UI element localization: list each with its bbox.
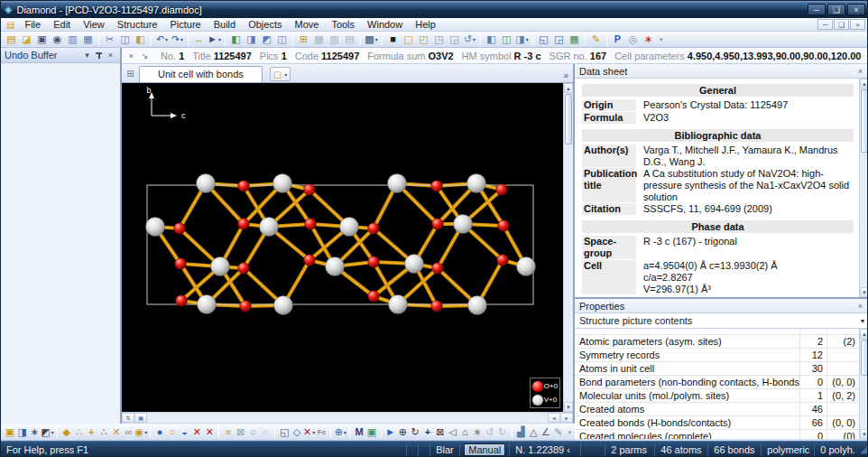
history-icon[interactable]: ↺▾ [462, 33, 477, 47]
open-folder-icon[interactable]: ◪ [19, 33, 34, 47]
coordination-icon[interactable]: ◉▾ [134, 425, 147, 440]
property-row[interactable]: Atoms in unit cell30 [575, 362, 859, 376]
o-atom[interactable] [174, 223, 186, 235]
undo-icon[interactable]: ↶▾ [154, 33, 170, 47]
panel-close-icon[interactable]: × [105, 51, 116, 60]
select-pointer-icon[interactable]: ► [384, 425, 397, 440]
v-atom[interactable] [326, 257, 345, 276]
menu-structure[interactable]: Structure [111, 19, 164, 30]
scale-icon[interactable]: ⊠ [434, 425, 447, 440]
contacts-icon[interactable]: ∞ [123, 425, 135, 440]
o-atom[interactable] [238, 263, 250, 275]
tab-overflow-icon[interactable]: » [563, 70, 573, 82]
v-atom[interactable] [211, 257, 230, 276]
sphere-icon[interactable]: ◒ [179, 425, 191, 440]
panel-left-icon[interactable]: ◧ [484, 33, 499, 47]
resize-grip-icon[interactable]: ◢ [860, 444, 868, 456]
v-atom[interactable] [468, 296, 487, 315]
o-atom[interactable] [175, 258, 187, 270]
pencil-icon[interactable]: ✎ [552, 425, 565, 440]
pane-grid-icon[interactable]: ▦ [134, 413, 147, 423]
property-row[interactable] [575, 329, 859, 335]
scroll-up-icon[interactable]: ▲ [860, 79, 868, 89]
menu-tools[interactable]: Tools [325, 19, 361, 30]
ring-filled-icon[interactable]: ● [153, 425, 166, 440]
cell-delete-icon[interactable]: ✕▾ [303, 425, 316, 440]
record-icon[interactable]: ∗ [641, 33, 656, 47]
new-document-icon[interactable]: ▤ [4, 33, 19, 47]
v-atom[interactable] [273, 174, 292, 193]
property-row[interactable]: Molecular units (mol./polym. sites)1(0, … [575, 389, 859, 403]
o-atom[interactable] [304, 255, 316, 266]
mdi-close-button[interactable]: × [850, 19, 865, 30]
v-atom[interactable] [197, 174, 216, 193]
triangle-measure-icon[interactable]: △ [527, 425, 540, 440]
scroll-up-icon[interactable]: ▲ [564, 83, 573, 93]
menu-picture[interactable]: Picture [163, 19, 207, 30]
o-atom[interactable] [431, 301, 443, 312]
menu-move[interactable]: Move [288, 19, 325, 30]
diagram-b-icon[interactable]: ◲ [551, 33, 567, 47]
spin-left-icon[interactable]: ↺ [484, 425, 496, 440]
circle-b-icon[interactable]: ○ [259, 425, 272, 440]
o-atom[interactable] [432, 219, 444, 230]
destroy-all-icon[interactable]: ✕ [203, 425, 216, 440]
print-icon[interactable]: ▦ [80, 33, 96, 47]
scroll-up-icon[interactable]: ▲ [860, 329, 868, 339]
mdi-minimize-button[interactable]: ─ [817, 19, 833, 30]
build-icon[interactable]: ∗ [29, 425, 42, 440]
angle-measure-icon[interactable]: ∠ [540, 425, 552, 440]
molecule-icon[interactable]: ∴ [97, 425, 110, 440]
pointer-icon[interactable]: ►▾ [207, 33, 222, 47]
table-dist-icon[interactable]: ▥ [327, 33, 342, 47]
panel-right-icon[interactable]: ◨▾ [514, 33, 530, 47]
v-atom[interactable] [146, 218, 165, 237]
copy-icon[interactable]: ◫ [117, 33, 133, 47]
reflections-icon[interactable]: ◎ [625, 33, 641, 47]
ring-icon[interactable]: ○ [166, 425, 179, 440]
tab-unit-cell-with-bonds[interactable]: Unit cell with bonds [139, 66, 263, 82]
picture-open-icon[interactable]: ◨ [244, 33, 259, 47]
menu-file[interactable]: File [18, 19, 47, 30]
cut-icon[interactable]: ✂ [102, 33, 117, 47]
v-atom[interactable] [389, 295, 408, 314]
spin-right-icon[interactable]: ↻ [496, 425, 509, 440]
status-mode-field[interactable]: Manual [464, 443, 505, 456]
o-atom[interactable] [496, 184, 508, 196]
picture-new-icon[interactable]: ◧ [228, 33, 244, 47]
prop-scroll-thumb[interactable] [861, 340, 868, 376]
new-picture-tab-button[interactable]: ▢▾ [270, 67, 291, 81]
v-atom[interactable] [454, 215, 473, 234]
view-back-icon[interactable]: ◁ [447, 425, 459, 440]
circle-a-icon[interactable]: ○ [247, 425, 260, 440]
save-icon[interactable]: ▣ [34, 33, 50, 47]
properties-close-icon[interactable]: × [856, 302, 864, 311]
cell-diamond-icon[interactable]: ◇ [291, 425, 303, 440]
o-atom[interactable] [368, 256, 380, 268]
layout-icon[interactable]: ◲ [447, 33, 462, 47]
o-atom[interactable] [431, 181, 443, 192]
rotate-icon[interactable]: ↻ [409, 425, 421, 440]
picture-panel-icon[interactable]: ◨ [16, 425, 29, 440]
v-atom[interactable] [260, 218, 279, 237]
table-icon[interactable]: ⊞ [296, 33, 311, 47]
view-home-icon[interactable]: ⌂ [458, 425, 471, 440]
print-preview-icon[interactable]: ▥ [65, 33, 80, 47]
property-row[interactable]: Bond parameters (non-bonding contacts, H… [575, 376, 859, 389]
mdi-restore-button[interactable]: ❏ [834, 19, 849, 30]
o-atom[interactable] [368, 291, 380, 303]
pan-icon[interactable]: ↔ [191, 33, 207, 47]
o-atom[interactable] [304, 184, 316, 196]
o-atom[interactable] [305, 219, 317, 230]
canvas-horizontal-scrollbar[interactable]: ⇅ ▦ ◂ ▸ [122, 412, 573, 423]
toolbar-overflow-icon[interactable]: ▾ [660, 36, 663, 43]
bonds-icon[interactable]: ✕ [110, 425, 123, 440]
pin-icon[interactable] [96, 52, 102, 59]
pane-split-icon[interactable]: ⇅ [122, 413, 134, 423]
cell-box-icon[interactable]: ◱ [278, 425, 291, 440]
toolbar-overflow-icon[interactable]: ▾ [568, 429, 572, 436]
hscroll-track[interactable] [147, 413, 548, 423]
menu-view[interactable]: View [77, 19, 111, 30]
build-menu-icon[interactable]: ◩▾ [41, 425, 53, 440]
tab-list-icon[interactable]: ⊞ [122, 66, 139, 82]
